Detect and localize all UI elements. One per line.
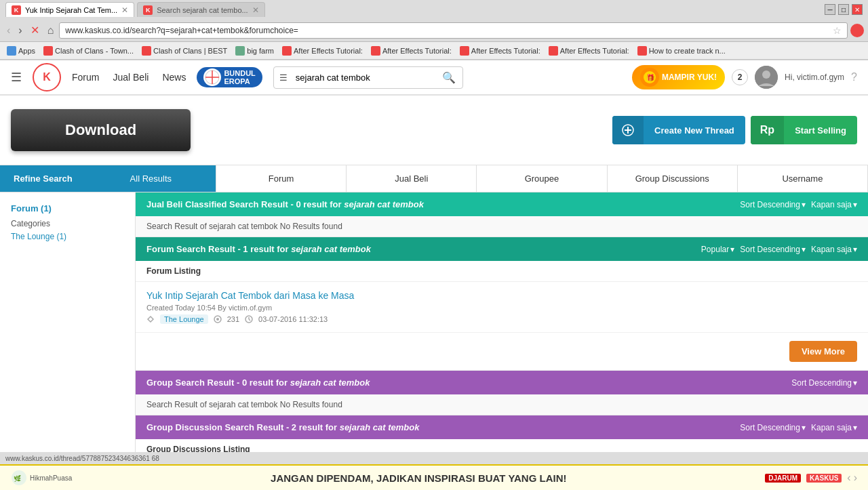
search-menu-icon[interactable]: ☰ <box>274 68 293 87</box>
ad-logo-left: 🌿 HikmahPuasa <box>11 470 72 486</box>
kaskus-header: ☰ K Forum Jual Beli News BUNDULEROPA ☰ 🔍 <box>0 60 868 96</box>
bookmark-ae3[interactable]: After Effects Tutorial: <box>457 45 543 57</box>
ad-close-button[interactable]: ‹ <box>847 472 850 484</box>
forum-tag[interactable]: The Lounge <box>160 314 208 324</box>
mampir-icon: 🎁 <box>640 68 659 87</box>
header-right: 🎁 MAMPIR YUK! 2 Hi, victim.of.gym ? <box>632 65 857 89</box>
bookmark-ae4-label: After Effects Tutorial: <box>560 47 629 55</box>
user-greeting-text: Hi, victim.of.gym <box>785 73 844 82</box>
forum-section: Forum Search Result - 1 result for sejar… <box>136 237 868 371</box>
group-disc-sort-button[interactable]: Sort Descending ▾ <box>740 423 806 432</box>
tab-group-discussions[interactable]: Group Discussions <box>608 165 738 192</box>
tab-favicon-1: K <box>12 5 21 15</box>
bundul-ball-icon <box>203 68 221 86</box>
forum-kapan-button[interactable]: Kapan saja ▾ <box>811 245 857 254</box>
search-tabs-section: Refine Search All Results Forum Jual Bel… <box>0 165 868 192</box>
tab-username[interactable]: Username <box>738 165 868 192</box>
bookmark-star-icon[interactable]: ☆ <box>833 25 842 36</box>
address-bar[interactable]: www.kaskus.co.id/search?q=sejarah+cat+te… <box>59 22 848 39</box>
mampir-button[interactable]: 🎁 MAMPIR YUK! <box>632 65 725 89</box>
back-button[interactable]: ‹ <box>4 23 13 38</box>
bookmark-coc2[interactable]: Clash of Clans | BEST <box>139 45 230 57</box>
forum-listing: Yuk Intip Sejarah Cat Tembok dari Masa k… <box>136 282 868 333</box>
tab-forum[interactable]: Forum <box>216 165 347 192</box>
howto-favicon-icon <box>637 46 647 56</box>
bookmark-ae1[interactable]: After Effects Tutorial: <box>279 45 366 57</box>
search-container: ☰ 🔍 <box>273 66 463 89</box>
tab-close-1[interactable]: ✕ <box>121 5 128 15</box>
bookmark-ae2-label: After Effects Tutorial: <box>382 47 452 55</box>
tab-1[interactable]: K Yuk Intip Sejarah Cat Tem... ✕ <box>5 2 134 17</box>
start-selling-button[interactable]: Rp Start Selling <box>751 116 857 144</box>
forum-sort-button[interactable]: Sort Descending ▾ <box>740 245 806 254</box>
reload-button[interactable]: ✕ <box>28 22 42 38</box>
create-thread-button[interactable]: Create New Thread <box>612 116 745 144</box>
download-button[interactable]: Download <box>11 109 191 151</box>
browser-avatar-icon[interactable] <box>850 24 864 37</box>
bookmark-apps[interactable]: Apps <box>4 45 38 57</box>
ad-text: JANGAN DIPENDAM, JADIKAN INSPIRASI BUAT … <box>72 472 765 484</box>
svg-point-4 <box>762 70 770 79</box>
tab-jual-beli[interactable]: Jual Beli <box>347 165 477 192</box>
forum-title: Forum Search Result - 1 result for sejar… <box>146 244 371 254</box>
forum-item-views: 231 <box>227 315 239 323</box>
download-section: Download Create New Thread Rp Start Sell… <box>0 96 868 165</box>
search-input[interactable] <box>293 69 435 86</box>
bookmark-coc1[interactable]: Clash of Clans - Town... <box>41 45 136 57</box>
jual-beli-controls: Sort Descending ▾ Kapan saja ▾ <box>740 200 857 209</box>
bookmark-ae4[interactable]: After Effects Tutorial: <box>546 45 632 57</box>
tab-close-2[interactable]: ✕ <box>252 5 259 15</box>
group-controls: Sort Descending ▾ <box>791 378 857 388</box>
hamburger-menu-button[interactable]: ☰ <box>11 70 22 85</box>
tab-all-results[interactable]: All Results <box>86 165 216 192</box>
bookmark-bigfarm[interactable]: big farm <box>233 45 277 57</box>
jual-beli-kapan-button[interactable]: Kapan saja ▾ <box>811 200 857 209</box>
action-buttons: Create New Thread Rp Start Selling <box>612 116 857 144</box>
bookmark-ae1-label: After Effects Tutorial: <box>294 47 363 55</box>
apps-favicon-icon <box>7 46 16 56</box>
ae2-favicon-icon <box>371 46 380 56</box>
window-controls: ─ □ ✕ <box>825 4 863 15</box>
forum-listing-label: Forum Listing <box>136 261 868 282</box>
ad-expand-button[interactable]: › <box>854 472 857 484</box>
ae3-favicon-icon <box>460 46 469 56</box>
group-sort-button[interactable]: Sort Descending ▾ <box>791 378 857 388</box>
sponsor-djarum-label: DJARUM <box>765 474 801 483</box>
user-avatar[interactable] <box>755 66 778 89</box>
sidebar-categories-label: Categories <box>11 219 124 228</box>
nav-news[interactable]: News <box>162 72 186 83</box>
bundul-badge[interactable]: BUNDULEROPA <box>197 67 262 87</box>
forum-item-title[interactable]: Yuk Intip Sejarah Cat Tembok dari Masa k… <box>146 290 354 301</box>
sidebar-forum-link[interactable]: Forum (1) <box>11 203 124 213</box>
group-no-results: Search Result of sejarah cat tembok No R… <box>136 394 868 415</box>
bookmark-coc2-label: Clash of Clans | BEST <box>153 47 227 55</box>
minimize-button[interactable]: ─ <box>825 4 835 15</box>
bookmark-ae2[interactable]: After Effects Tutorial: <box>368 45 454 57</box>
ae1-favicon-icon <box>282 46 292 56</box>
nav-forum[interactable]: Forum <box>72 72 99 83</box>
ae4-favicon-icon <box>549 46 558 56</box>
sidebar-lounge-link[interactable]: The Lounge (1) <box>11 232 66 241</box>
forward-button[interactable]: › <box>16 23 24 38</box>
jual-beli-sort-button[interactable]: Sort Descending ▾ <box>740 200 806 209</box>
group-disc-kapan-button[interactable]: Kapan saja ▾ <box>811 423 857 432</box>
tab-groupee[interactable]: Groupee <box>477 165 607 192</box>
bigfarm-favicon-icon <box>235 46 245 56</box>
nav-jualbeli[interactable]: Jual Beli <box>113 72 149 83</box>
tab-2[interactable]: K Search sejarah cat tembo... ✕ <box>137 2 265 17</box>
search-submit-button[interactable]: 🔍 <box>435 67 462 88</box>
help-icon[interactable]: ? <box>851 71 857 83</box>
notification-badge[interactable]: 2 <box>732 69 748 85</box>
maximize-button[interactable]: □ <box>838 4 849 15</box>
refine-search-tab[interactable]: Refine Search <box>0 165 86 192</box>
bottom-ad-bar: 🌿 HikmahPuasa JANGAN DIPENDAM, JADIKAN I… <box>0 464 868 490</box>
group-section: Group Search Result - 0 result for sejar… <box>136 371 868 415</box>
bookmark-howto[interactable]: How to create track n... <box>635 45 728 57</box>
close-button[interactable]: ✕ <box>852 4 863 15</box>
kaskus-logo-icon: K <box>33 63 61 91</box>
home-button[interactable]: ⌂ <box>45 23 57 38</box>
forum-header: Forum Search Result - 1 result for sejar… <box>136 237 868 261</box>
view-more-button[interactable]: View More <box>789 341 857 362</box>
svg-text:🎁: 🎁 <box>646 73 655 82</box>
forum-popular-button[interactable]: Popular ▾ <box>701 245 734 254</box>
